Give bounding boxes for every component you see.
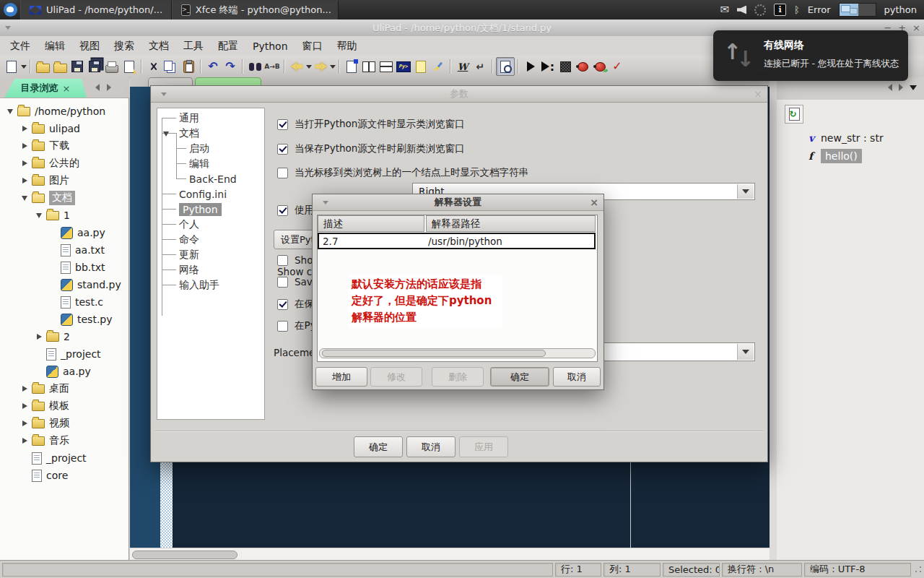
dropdown-caret-icon[interactable] [330, 65, 336, 69]
checkbox[interactable] [277, 255, 288, 266]
class-browser-icon[interactable] [496, 57, 515, 76]
cancel-button[interactable]: 取消 [406, 436, 456, 457]
prefs-tree-item[interactable]: 网络 [157, 262, 264, 277]
expander-icon[interactable] [20, 142, 29, 150]
split-horizontal-icon[interactable] [378, 58, 395, 75]
tab-list-icon[interactable] [910, 85, 917, 90]
scroll-right-icon[interactable] [899, 84, 903, 91]
hscrollbar-thumb[interactable] [132, 551, 237, 559]
dropdown-caret-icon[interactable] [21, 65, 27, 69]
checkbox-checked[interactable] [277, 119, 288, 130]
tree-item[interactable]: 桌面 [0, 380, 128, 397]
ok-button[interactable]: 确定 [354, 436, 403, 457]
dialog-menu-icon[interactable] [323, 201, 328, 204]
tree-item[interactable]: aa.py [0, 363, 128, 380]
run-with-arguments-icon[interactable]: : [539, 58, 557, 75]
volume-icon[interactable] [737, 6, 746, 14]
notification-info-icon[interactable]: i [774, 4, 786, 16]
expander-icon[interactable] [20, 402, 29, 410]
refresh-button[interactable] [785, 105, 803, 124]
tree-item[interactable]: 1 [0, 207, 128, 224]
dialog-menu-icon[interactable] [161, 92, 167, 96]
menu-item[interactable]: 窗口 [295, 38, 330, 55]
properties-icon[interactable] [343, 58, 360, 75]
scroll-left-icon[interactable] [888, 84, 892, 91]
todo-notes-icon[interactable] [412, 58, 430, 75]
prefs-tree-item[interactable]: Config.ini [157, 186, 264, 202]
menu-item[interactable]: Python [245, 38, 295, 54]
prefs-tree-item[interactable]: Back-End [157, 171, 264, 186]
cancel-button[interactable]: 取消 [553, 367, 601, 387]
find-icon[interactable] [246, 58, 263, 75]
prefs-tree-item[interactable]: 更新 [157, 247, 264, 262]
tree-item[interactable]: bb.txt [0, 259, 128, 276]
eol-mode-icon[interactable]: ↵ [471, 58, 489, 75]
split-vertical-icon[interactable] [360, 58, 378, 75]
dialog-close-icon[interactable]: × [590, 196, 598, 209]
close-button[interactable]: × [912, 22, 920, 33]
tree-item[interactable]: 2 [0, 328, 128, 345]
tree-item[interactable]: _project [0, 345, 128, 363]
tree-item[interactable]: aa.py [0, 224, 128, 241]
tree-item[interactable]: 音乐 [0, 432, 128, 449]
tab-close-icon[interactable]: × [63, 83, 71, 94]
redo-icon[interactable]: ↷ [222, 58, 239, 75]
list-hscrollbar[interactable] [319, 348, 596, 358]
undo-icon[interactable]: ↶ [204, 58, 222, 75]
menu-item[interactable]: 配置 [211, 38, 245, 55]
tree-item[interactable]: test.py [0, 311, 128, 328]
checkbox[interactable] [277, 277, 288, 288]
tree-item[interactable]: 视频 [0, 415, 128, 432]
run-icon[interactable] [522, 58, 539, 75]
python-shell-icon[interactable]: Py> [395, 58, 412, 75]
bluetooth-icon[interactable]: ᛒ [794, 5, 800, 14]
workspace-pager[interactable] [839, 3, 876, 17]
taskbar-window-ulipad[interactable]: UliPad - /home/python/... [20, 1, 172, 20]
tree-item[interactable]: 文档 [0, 189, 128, 207]
debug-icon[interactable] [574, 58, 591, 75]
folder-icon[interactable] [51, 58, 69, 75]
tree-item[interactable]: _project [0, 449, 128, 467]
taskbar-window-terminal[interactable]: >_ Xfce 终端 - python@python... [172, 1, 339, 20]
network-spinner-icon[interactable] [754, 4, 766, 16]
save-all-icon[interactable] [86, 58, 103, 75]
combobox-arrow-icon[interactable] [737, 184, 754, 199]
tree-item[interactable]: core [0, 467, 128, 484]
menu-item[interactable]: 工具 [176, 38, 211, 55]
expander-icon[interactable] [20, 436, 29, 445]
menu-item[interactable]: 帮助 [330, 38, 365, 55]
notification-popup[interactable]: ↑↓ 有线网络 连接已断开 - 您现在处于离线状态 [713, 30, 908, 81]
prefs-tree-item[interactable]: 编辑 [157, 156, 264, 171]
prefs-tree-item[interactable]: 启动 [157, 141, 264, 156]
checkbox[interactable] [277, 321, 288, 332]
menu-item[interactable]: 文件 [3, 38, 38, 55]
expander-icon[interactable] [163, 131, 169, 137]
editor-hscrollbar[interactable] [130, 548, 770, 561]
go-back-icon[interactable] [288, 58, 305, 75]
tab-directory-browser[interactable]: 目录浏览 × [4, 79, 87, 98]
expander-icon[interactable] [20, 124, 29, 133]
open-file-icon[interactable] [34, 58, 51, 75]
tree-item[interactable]: 下载 [0, 137, 128, 155]
checkbox-checked[interactable] [277, 299, 288, 310]
column-header-description[interactable]: 描述 [318, 215, 424, 232]
stop-icon[interactable] [557, 58, 574, 75]
print-icon[interactable] [103, 58, 121, 75]
word-wrap-icon[interactable]: W [454, 58, 471, 75]
interpreter-row-selected[interactable]: 2.7 /usr/bin/python [318, 233, 596, 249]
debug-run-icon[interactable]: » [591, 58, 609, 75]
new-from-template-icon[interactable] [121, 58, 138, 75]
outline-item[interactable]: f hello() [777, 147, 924, 165]
tree-item[interactable]: 模板 [0, 397, 128, 415]
copy-icon[interactable] [162, 58, 180, 75]
checkbox[interactable] [277, 168, 288, 178]
tree-item[interactable]: ulipad [0, 120, 128, 137]
new-file-icon[interactable] [3, 58, 20, 75]
active-workspace[interactable] [840, 4, 858, 16]
tree-item[interactable]: aa.txt [0, 241, 128, 259]
tree-item[interactable]: 图片 [0, 172, 128, 189]
replace-icon[interactable]: A→B [263, 58, 281, 75]
outline-item[interactable]: v new_str : str [777, 129, 924, 147]
prefs-tree-item[interactable]: 个人 [157, 217, 264, 232]
tree-item[interactable]: 公共的 [0, 155, 128, 172]
